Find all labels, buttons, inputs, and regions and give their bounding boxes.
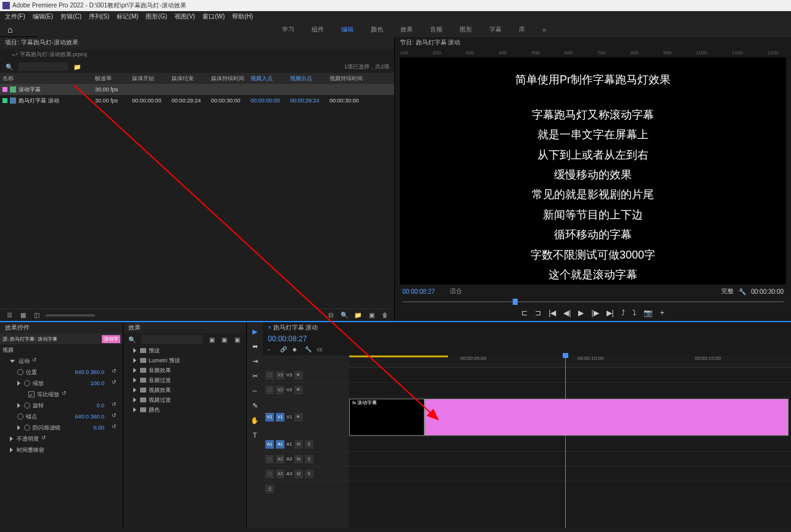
reset-icon[interactable]: ↺ (41, 434, 50, 443)
track-toggle[interactable]: ⬚ (265, 455, 274, 463)
track-target[interactable]: A2 (276, 455, 284, 463)
search-icon[interactable]: 🔍 (5, 62, 14, 71)
effects-folder[interactable]: 视频效果 (123, 385, 246, 395)
reset-icon[interactable]: ↺ (112, 423, 120, 432)
reset-icon[interactable]: ↺ (32, 357, 41, 365)
freeform-view-icon[interactable]: ◫ (32, 311, 41, 320)
automate-icon[interactable]: ⊟ (326, 311, 335, 320)
wrench-icon[interactable]: 🔧 (739, 288, 746, 295)
eye-icon[interactable]: 👁 (294, 413, 303, 422)
effects-search-input[interactable] (141, 335, 203, 344)
menu-mark[interactable]: 标记(M) (117, 12, 138, 21)
type-tool[interactable]: T (249, 430, 260, 441)
go-out-button[interactable]: ▶| (607, 309, 614, 317)
marker-icon[interactable]: ◆ (292, 346, 300, 354)
stopwatch-icon[interactable] (24, 402, 30, 409)
effects-folder[interactable]: 音频过渡 (123, 375, 246, 385)
tab-learn[interactable]: 学习 (282, 25, 294, 34)
menu-sequence[interactable]: 序列(S) (89, 12, 109, 21)
icon-view-icon[interactable]: ▦ (19, 311, 27, 320)
eye-icon[interactable]: 👁 (294, 386, 303, 394)
extract-button[interactable]: ⤵ (632, 309, 636, 317)
track-toggle[interactable]: A1 (265, 440, 274, 449)
menu-clip[interactable]: 剪辑(C) (60, 12, 81, 21)
track-target[interactable]: V1 (276, 413, 284, 422)
tab-editing[interactable]: 编辑 (341, 25, 354, 34)
mark-in-button[interactable]: ⊏ (521, 309, 528, 317)
menu-file[interactable]: 文件(F) (5, 12, 25, 21)
fx-badge-icon[interactable]: ▣ (221, 335, 229, 344)
mark-out-button[interactable]: ⊐ (535, 309, 541, 317)
timeline-tracks[interactable]: 00:00:05:00 00:00:10:00 00:00:15:00 fx 滚… (349, 355, 791, 528)
timeline-clip-selected[interactable] (424, 399, 789, 436)
track-a2[interactable] (349, 452, 791, 467)
stopwatch-icon[interactable] (24, 380, 30, 386)
timeline-ruler[interactable]: 00:00:05:00 00:00:10:00 00:00:15:00 (349, 355, 791, 368)
pen-tool[interactable]: ✎ (249, 400, 260, 411)
timeline-sequence-name[interactable]: 跑马灯字幕 滚动 (273, 324, 318, 331)
effects-folder[interactable]: 视频过渡 (123, 395, 246, 405)
menu-edit[interactable]: 编辑(E) (33, 12, 53, 21)
tab-library[interactable]: 库 (519, 25, 525, 34)
stopwatch-icon[interactable] (24, 425, 30, 431)
track-v3[interactable] (349, 368, 791, 383)
go-in-button[interactable]: |◀ (549, 309, 556, 317)
timeline-timecode[interactable]: 00:00:08:27 (263, 333, 791, 344)
home-button[interactable]: ⌂ (0, 22, 37, 37)
lift-button[interactable]: ⤴ (621, 309, 625, 317)
effects-folder[interactable]: 预设 (123, 346, 246, 355)
monitor-fit[interactable]: 适合 (450, 287, 462, 296)
tab-captions[interactable]: 字幕 (489, 25, 502, 34)
mute-icon[interactable]: M (294, 455, 303, 463)
ripple-tool[interactable]: ⇥ (249, 355, 260, 367)
tab-effects[interactable]: 效果 (400, 25, 413, 34)
caption-icon[interactable]: cc (317, 346, 325, 354)
eye-icon[interactable]: 👁 (294, 371, 303, 380)
track-toggle[interactable]: V1 (265, 413, 274, 422)
effects-folder[interactable]: Lumetri 预设 (123, 355, 246, 365)
track-target[interactable]: A1 (276, 440, 284, 449)
project-search-input[interactable] (19, 62, 68, 71)
settings-button[interactable]: + (660, 309, 665, 317)
find-icon[interactable]: 🔍 (340, 311, 349, 320)
track-a1[interactable] (349, 437, 791, 452)
step-fwd-button[interactable]: |▶ (591, 309, 598, 317)
menu-graphics[interactable]: 图形(G) (146, 12, 167, 21)
project-row[interactable]: 滚动字幕 30.00 fps (0, 84, 394, 95)
tab-assembly[interactable]: 组件 (312, 25, 324, 34)
search-icon[interactable]: 🔍 (128, 335, 136, 344)
track-toggle[interactable]: ⬚ (265, 371, 274, 380)
stopwatch-icon[interactable] (17, 414, 23, 420)
reset-icon[interactable]: ↺ (112, 368, 120, 376)
tab-audio[interactable]: 音频 (430, 25, 442, 34)
tab-color[interactable]: 颜色 (371, 25, 383, 34)
new-bin-button[interactable]: 📁 (354, 311, 362, 320)
monitor-timecode[interactable]: 00:00:08:27 (402, 288, 435, 295)
new-bin-icon[interactable]: 📁 (73, 62, 81, 71)
project-row[interactable]: 跑马灯字幕 滚动 30.00 fps 00:00:00:00 00:00:29:… (0, 95, 394, 106)
settings-icon[interactable]: 🔧 (305, 346, 312, 354)
selection-tool[interactable]: ▶ (249, 326, 260, 337)
track-a3[interactable] (349, 467, 791, 481)
monitor-scrubber[interactable] (402, 297, 784, 305)
reset-icon[interactable]: ↺ (112, 401, 120, 410)
fx-badge-icon[interactable]: ▣ (208, 335, 216, 344)
monitor-full[interactable]: 完整 (721, 287, 734, 296)
delete-button[interactable]: 🗑 (381, 311, 389, 320)
mute-icon[interactable]: M (294, 440, 303, 449)
reset-icon[interactable]: ↺ (62, 390, 70, 399)
track-target[interactable]: V3 (276, 371, 284, 380)
program-viewer[interactable]: 简单使用Pr制作字幕跑马灯效果 字幕跑马灯又称滚动字幕 就是一串文字在屏幕上 从… (400, 57, 786, 285)
new-item-button[interactable]: ▣ (367, 311, 376, 320)
snap-icon[interactable]: ⌐ (268, 346, 275, 354)
slip-tool[interactable]: ↔ (249, 385, 260, 396)
track-toggle[interactable]: ⬚ (265, 386, 274, 394)
razor-tool[interactable]: ✂ (249, 370, 260, 381)
workspace-overflow[interactable]: » (542, 27, 546, 33)
master-track[interactable]: 主 (265, 484, 274, 493)
track-target[interactable]: A3 (276, 470, 284, 478)
menu-view[interactable]: 视图(V) (175, 12, 195, 21)
tab-graphics[interactable]: 图形 (460, 25, 472, 34)
mute-icon[interactable]: M (294, 470, 303, 478)
effects-folder[interactable]: 颜色 (123, 405, 246, 415)
